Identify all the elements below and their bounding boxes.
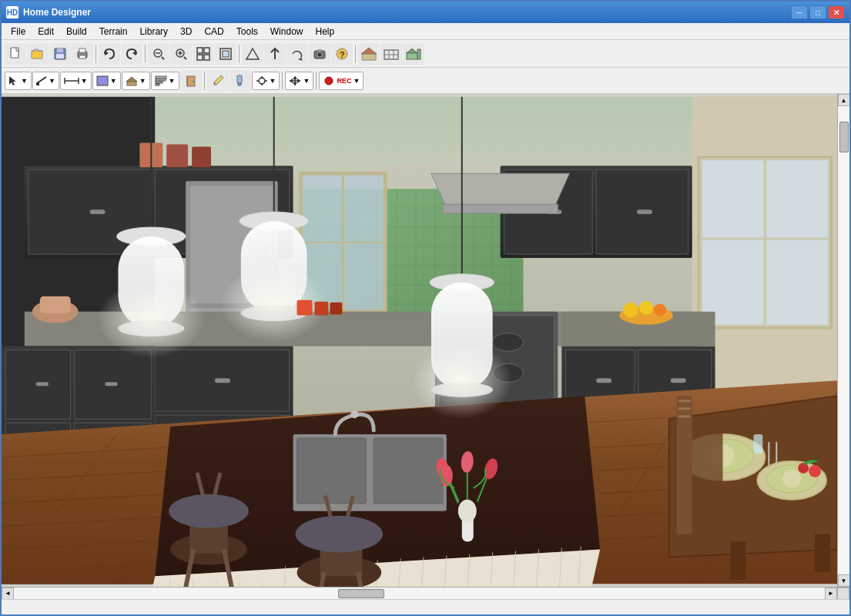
svg-point-60 <box>259 78 265 84</box>
sep-t2-2 <box>282 72 283 90</box>
svg-rect-17 <box>197 48 203 53</box>
svg-marker-32 <box>361 48 377 54</box>
window-title: Home Designer <box>23 7 791 18</box>
svg-point-222 <box>458 500 477 523</box>
sep-t2-1 <box>204 72 205 90</box>
zoom-fit-button[interactable] <box>193 43 214 65</box>
svg-rect-42 <box>36 82 39 85</box>
minimize-button[interactable]: ─ <box>791 5 808 19</box>
sep1 <box>95 45 96 63</box>
menu-3d[interactable]: 3D <box>174 25 198 38</box>
scroll-thumb-horizontal[interactable] <box>338 589 384 598</box>
scroll-right-button[interactable]: ► <box>825 588 837 600</box>
undo-button[interactable] <box>99 43 120 65</box>
svg-point-54 <box>192 80 193 82</box>
horizontal-scrollbar: ◄ ► <box>2 587 849 599</box>
menu-terrain[interactable]: Terrain <box>93 25 134 38</box>
toolbar-secondary: ▼ ▼ ▼ ▼ ▼ ▼ <box>2 68 849 94</box>
svg-point-154 <box>639 301 653 315</box>
canvas-area[interactable] <box>2 94 837 587</box>
svg-rect-7 <box>79 55 85 59</box>
svg-rect-248 <box>815 534 830 573</box>
wall-tool[interactable]: ▼ <box>32 72 59 90</box>
svg-rect-132 <box>215 378 230 383</box>
menu-cad[interactable]: CAD <box>198 25 230 38</box>
svg-rect-3 <box>57 49 63 52</box>
app-icon: HD <box>6 6 18 18</box>
menu-file[interactable]: File <box>5 25 32 38</box>
zoom-window-button[interactable] <box>215 43 236 65</box>
menu-window[interactable]: Window <box>264 25 310 38</box>
svg-line-16 <box>184 57 186 59</box>
house-exterior-button[interactable] <box>358 43 380 65</box>
rec-button[interactable]: REC ▼ <box>319 72 364 90</box>
svg-point-213 <box>169 494 249 528</box>
svg-rect-262 <box>678 400 691 402</box>
vertical-scrollbar: ▲ ▼ <box>837 94 849 587</box>
house-plan-button[interactable] <box>380 43 402 65</box>
svg-point-220 <box>296 516 384 553</box>
scroll-thumb-vertical[interactable] <box>839 122 849 152</box>
redo-button[interactable] <box>121 43 142 65</box>
svg-rect-103 <box>90 209 106 214</box>
new-button[interactable] <box>5 43 26 65</box>
scroll-up-button[interactable]: ▲ <box>838 94 850 106</box>
svg-marker-69 <box>290 79 293 83</box>
camera-button[interactable] <box>309 43 330 65</box>
stair-tool[interactable]: ▼ <box>151 72 179 90</box>
menu-help[interactable]: Help <box>309 25 340 38</box>
title-bar: HD Home Designer ─ □ ✕ <box>2 2 849 23</box>
zoom-in-button[interactable] <box>170 43 192 65</box>
svg-rect-264 <box>678 415 691 417</box>
camera-angle-button[interactable] <box>242 43 263 65</box>
menu-tools[interactable]: Tools <box>230 25 264 38</box>
scroll-track-vertical[interactable] <box>838 106 849 574</box>
help-button[interactable]: ? <box>331 43 353 65</box>
scroll-down-button[interactable]: ▼ <box>838 574 850 587</box>
svg-rect-22 <box>223 51 229 57</box>
close-button[interactable]: ✕ <box>828 5 845 19</box>
svg-marker-67 <box>293 76 297 79</box>
print-button[interactable] <box>72 43 93 65</box>
toolbar-main: ? <box>2 40 849 68</box>
arrow-up-button[interactable] <box>264 43 286 65</box>
svg-rect-267 <box>297 300 313 316</box>
scroll-track-horizontal[interactable] <box>14 589 825 598</box>
select-tool[interactable]: ▼ <box>5 72 32 90</box>
svg-point-245 <box>412 342 512 419</box>
door-tool[interactable] <box>180 70 202 92</box>
rotate-button[interactable] <box>286 43 308 65</box>
menu-library[interactable]: Library <box>133 25 174 38</box>
svg-marker-70 <box>297 79 300 83</box>
open-button[interactable] <box>27 43 49 65</box>
paint-tool[interactable] <box>230 70 251 92</box>
svg-rect-204 <box>297 438 367 504</box>
move-tool[interactable]: ▼ <box>285 72 313 90</box>
svg-point-138 <box>493 333 524 352</box>
svg-line-41 <box>37 77 46 83</box>
scroll-left-button[interactable]: ◄ <box>2 588 14 600</box>
transform-tool[interactable]: ▼ <box>252 72 280 90</box>
sep3 <box>239 45 240 63</box>
pencil-tool[interactable] <box>207 70 229 92</box>
svg-rect-1 <box>32 51 42 59</box>
roof-tool[interactable]: ▼ <box>122 72 150 90</box>
svg-rect-148 <box>671 378 686 383</box>
svg-marker-122 <box>431 173 569 208</box>
svg-rect-52 <box>156 76 166 79</box>
house-3d-button[interactable] <box>403 43 424 65</box>
restore-button[interactable]: □ <box>809 5 826 19</box>
menu-edit[interactable]: Edit <box>32 25 60 38</box>
fill-tool[interactable]: ▼ <box>92 72 121 90</box>
save-button[interactable] <box>49 43 71 65</box>
svg-marker-38 <box>407 49 417 53</box>
svg-line-12 <box>162 57 164 59</box>
svg-rect-163 <box>106 382 118 386</box>
svg-rect-162 <box>36 382 49 386</box>
svg-point-206 <box>350 410 358 418</box>
dimension-tool[interactable]: ▼ <box>60 72 92 90</box>
zoom-out-button[interactable] <box>148 43 169 65</box>
svg-rect-39 <box>417 49 420 59</box>
menu-build[interactable]: Build <box>60 25 93 38</box>
svg-rect-205 <box>374 438 443 504</box>
